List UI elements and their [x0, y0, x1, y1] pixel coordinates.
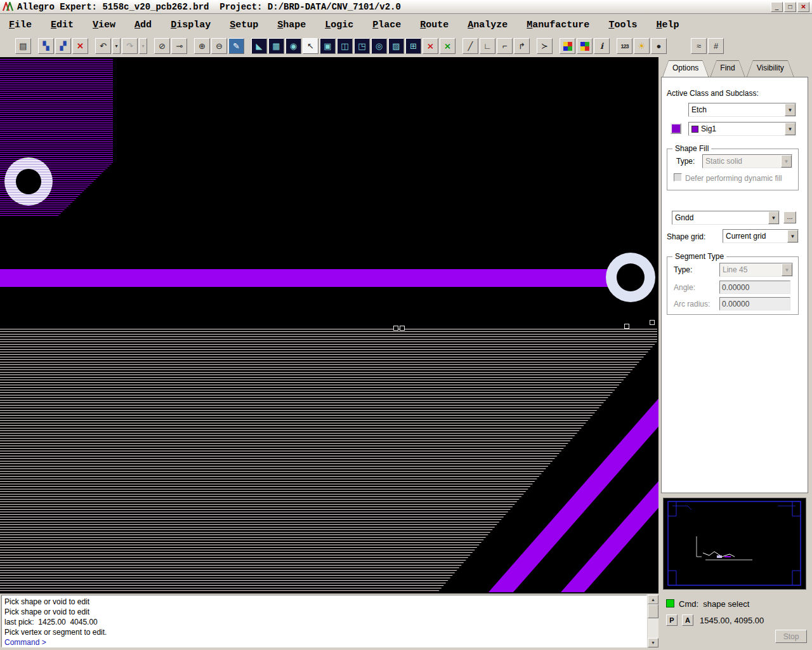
minimize-icon[interactable]: _ — [771, 2, 783, 12]
pad-ring-small[interactable] — [4, 157, 53, 206]
shape-copy-button[interactable]: ◫ — [337, 38, 353, 54]
menu-view[interactable]: View — [93, 20, 115, 30]
layers-button[interactable]: ▞ — [55, 38, 71, 54]
vertex-handle[interactable] — [393, 326, 398, 331]
labels-123-button[interactable]: 123 — [617, 38, 632, 54]
class-select[interactable]: Etch ▼ — [688, 103, 796, 117]
zoom-out-button[interactable]: ⊖ — [211, 38, 227, 54]
console-scrollbar[interactable]: ▲ ▼ — [648, 595, 658, 647]
p-button[interactable]: P — [666, 614, 678, 626]
slide-button[interactable]: ⌐ — [497, 38, 513, 54]
undo-options-button[interactable]: ▾ — [112, 38, 121, 54]
design-canvas[interactable] — [0, 57, 658, 594]
vertex-handle[interactable] — [650, 320, 655, 325]
tab-visibility[interactable]: Visibility — [747, 60, 794, 77]
tab-options[interactable]: Options — [662, 60, 709, 77]
select-tool-button[interactable]: ↖ — [303, 38, 318, 54]
void-rect-button[interactable]: ◳ — [354, 38, 370, 54]
shadow-mode-button[interactable]: ✎ — [228, 38, 244, 54]
chevron-down-icon[interactable]: ▼ — [785, 123, 796, 135]
labels-123-icon: 123 — [620, 43, 628, 50]
tab-find[interactable]: Find — [710, 60, 745, 77]
menu-manufacture[interactable]: Manufacture — [527, 20, 589, 30]
menu-add[interactable]: Add — [134, 20, 152, 30]
menu-edit[interactable]: Edit — [51, 20, 74, 30]
color-priority-icon — [580, 42, 589, 51]
vertex-handle[interactable] — [400, 326, 405, 331]
net-select[interactable]: Gndd ▼ — [672, 211, 780, 225]
menu-tools[interactable]: Tools — [608, 20, 637, 30]
menu-logic[interactable]: Logic — [325, 20, 353, 30]
hatched-plane-shape[interactable] — [0, 329, 658, 592]
cursor-coordinates: 1545.00, 4095.00 — [700, 616, 764, 625]
shape-add-polygon-button[interactable]: ◣ — [251, 38, 267, 54]
scrollbar-thumb[interactable] — [648, 604, 658, 618]
subclass-select[interactable]: Sig1 ▼ — [688, 122, 796, 136]
segment-type-group-label: Segment Type — [672, 252, 726, 261]
class-select-value: Etch — [691, 105, 707, 114]
menu-file[interactable]: File — [9, 20, 32, 30]
tab-find-label: Find — [720, 63, 735, 72]
zoom-in-button[interactable]: ⊕ — [194, 38, 210, 54]
shape-select-button[interactable]: ▣ — [320, 38, 336, 54]
route-corner-button[interactable]: ∟ — [480, 38, 495, 54]
next-button[interactable]: ≻ — [537, 38, 553, 54]
shape-add-circle-button[interactable]: ◉ — [285, 38, 301, 54]
close-icon[interactable]: ✕ — [797, 2, 809, 12]
shape-add-rect-button[interactable]: ▦ — [268, 38, 284, 54]
zoom-in-icon: ⊕ — [199, 41, 206, 51]
redo-button: ↷ — [122, 38, 138, 54]
gloss-button[interactable]: ⨯ — [440, 38, 455, 54]
menu-help[interactable]: Help — [656, 20, 679, 30]
color-priority-button[interactable] — [577, 38, 593, 54]
minimap[interactable] — [663, 498, 806, 590]
chevron-down-icon[interactable]: ▼ — [768, 211, 779, 224]
next-icon: ≻ — [541, 41, 548, 51]
shape-grid-select[interactable]: Current grid ▼ — [723, 229, 799, 243]
segment-type-label: Type: — [674, 265, 692, 274]
menu-shape[interactable]: Shape — [277, 20, 306, 30]
segment-type-value: Line 45 — [723, 265, 747, 274]
scroll-up-icon[interactable]: ▲ — [648, 595, 658, 604]
toggle-route-button[interactable]: ↱ — [514, 38, 530, 54]
chevron-down-icon[interactable]: ▼ — [785, 103, 796, 116]
a-button[interactable]: A — [682, 614, 693, 626]
menu-setup[interactable]: Setup — [230, 20, 258, 30]
subclass-swatch-icon — [691, 126, 698, 133]
menu-display[interactable]: Display — [171, 20, 211, 30]
pin-button[interactable]: ⊸ — [171, 38, 187, 54]
unfix-button[interactable]: ⊘ — [154, 38, 170, 54]
cursor-icon: ↖ — [307, 41, 314, 51]
angle-label: Angle: — [674, 283, 695, 292]
maximize-icon[interactable]: □ — [784, 2, 796, 12]
command-prompt[interactable]: Command > — [4, 637, 644, 647]
menu-route[interactable]: Route — [420, 20, 449, 30]
menu-analyze[interactable]: Analyze — [468, 20, 508, 30]
shape-merge-button[interactable]: ⊞ — [405, 38, 421, 54]
void-circle-button[interactable]: ◎ — [371, 38, 387, 54]
color-dialog-button[interactable] — [560, 38, 575, 54]
delete-button[interactable]: ✕ — [72, 38, 88, 54]
properties-button[interactable]: ▚ — [38, 38, 54, 54]
subclass-color-swatch[interactable] — [671, 123, 681, 134]
purple-trace[interactable] — [0, 269, 619, 287]
dehighlight-button[interactable]: ● — [651, 38, 667, 54]
vertex-handle[interactable] — [624, 324, 629, 329]
add-connect-button[interactable]: ╱ — [462, 38, 478, 54]
grid-toggle-button[interactable]: # — [708, 38, 724, 54]
shape-hatch-button[interactable]: ▨ — [388, 38, 404, 54]
info-button[interactable]: i — [594, 38, 610, 54]
save-button[interactable]: ▤ — [15, 38, 31, 54]
menu-place[interactable]: Place — [372, 20, 401, 30]
message-console[interactable]: Pick shape or void to edit Pick shape or… — [1, 595, 647, 647]
undo-button[interactable]: ↶ — [95, 38, 111, 54]
net-browse-button[interactable]: ... — [783, 211, 796, 223]
shape-copy-icon: ◫ — [341, 41, 348, 51]
shape-select-icon: ▣ — [324, 41, 331, 51]
highlight-button[interactable]: ☀ — [634, 38, 650, 54]
chevron-down-icon[interactable]: ▼ — [787, 230, 798, 242]
shape-cut-button[interactable]: ⨯ — [422, 38, 438, 54]
pad-ring-large[interactable] — [606, 253, 655, 302]
waveform-button[interactable]: ≈ — [691, 38, 707, 54]
scroll-down-icon[interactable]: ▼ — [648, 638, 658, 647]
